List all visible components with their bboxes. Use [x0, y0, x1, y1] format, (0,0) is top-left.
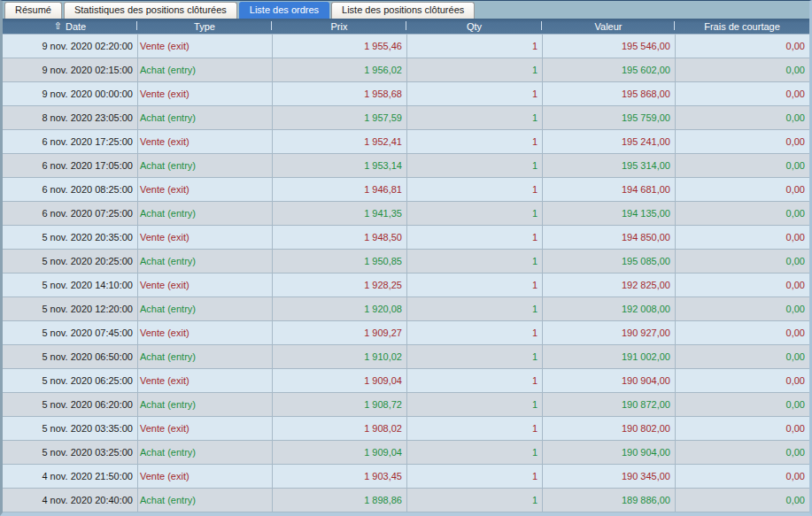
column-header-type[interactable]: Type — [137, 19, 272, 34]
table-row[interactable]: 6 nov. 2020 07:25:00 Achat (entry) 1 941… — [3, 202, 809, 226]
tab-closed-positions[interactable]: Liste des positions clôturées — [331, 2, 475, 19]
cell-valeur: 191 002,00 — [542, 345, 675, 369]
column-header-frais-de-courtage[interactable]: Frais de courtage — [675, 19, 809, 34]
cell-valeur: 194 850,00 — [542, 226, 675, 250]
cell-prix: 1 909,04 — [272, 441, 406, 465]
cell-frais: 0,00 — [675, 178, 809, 202]
cell-frais: 0,00 — [675, 82, 809, 106]
cell-date: 5 nov. 2020 20:25:00 — [3, 250, 137, 273]
table-row[interactable]: 9 nov. 2020 02:20:00 Vente (exit) 1 955,… — [3, 35, 809, 58]
cell-qty: 1 — [406, 417, 542, 441]
tab-label: Liste des ordres — [250, 4, 319, 15]
column-header-label: Date — [66, 21, 86, 32]
table-row[interactable]: 6 nov. 2020 17:25:00 Vente (exit) 1 952,… — [3, 130, 809, 154]
cell-valeur: 190 345,00 — [542, 465, 675, 489]
column-header-prix[interactable]: Prix — [272, 19, 406, 34]
table-row[interactable]: 4 nov. 2020 20:40:00 Achat (entry) 1 898… — [3, 489, 809, 512]
cell-type: Vente (exit) — [137, 130, 272, 154]
table-row[interactable]: 5 nov. 2020 06:20:00 Achat (entry) 1 908… — [3, 393, 809, 417]
tab-label: Résumé — [15, 4, 51, 15]
cell-valeur: 195 546,00 — [542, 35, 675, 58]
tab-orders-list[interactable]: Liste des ordres — [239, 2, 329, 19]
cell-type: Achat (entry) — [137, 441, 272, 465]
cell-type: Achat (entry) — [137, 489, 272, 512]
cell-qty: 1 — [406, 273, 542, 297]
cell-date: 8 nov. 2020 23:05:00 — [3, 106, 137, 130]
cell-frais: 0,00 — [675, 202, 809, 226]
table-row[interactable]: 5 nov. 2020 20:25:00 Achat (entry) 1 950… — [3, 250, 809, 273]
column-header-qty[interactable]: Qty — [406, 19, 542, 34]
cell-frais: 0,00 — [675, 297, 809, 321]
cell-qty: 1 — [406, 35, 542, 58]
cell-prix: 1 946,81 — [272, 178, 406, 202]
table-row[interactable]: 4 nov. 2020 21:50:00 Vente (exit) 1 903,… — [3, 465, 809, 489]
table-row[interactable]: 5 nov. 2020 06:25:00 Vente (exit) 1 909,… — [3, 369, 809, 393]
cell-prix: 1 958,68 — [272, 82, 406, 106]
column-header-label: Valeur — [595, 21, 623, 32]
table-row[interactable]: 5 nov. 2020 07:45:00 Vente (exit) 1 909,… — [3, 321, 809, 345]
cell-prix: 1 957,59 — [272, 106, 406, 130]
cell-date: 4 nov. 2020 20:40:00 — [3, 489, 137, 512]
tab-label: Statistiques des positions clôturées — [74, 4, 227, 15]
cell-valeur: 189 886,00 — [542, 489, 675, 512]
table-row[interactable]: 9 nov. 2020 02:15:00 Achat (entry) 1 956… — [3, 58, 809, 82]
table-row[interactable]: 5 nov. 2020 03:25:00 Achat (entry) 1 909… — [3, 441, 809, 465]
cell-prix: 1 898,86 — [272, 489, 406, 512]
table-row[interactable]: 5 nov. 2020 03:35:00 Vente (exit) 1 908,… — [3, 417, 809, 441]
cell-prix: 1 950,85 — [272, 250, 406, 273]
table-header: ⇧ Date Type Prix Qty Valeur Frais de cou… — [3, 19, 809, 35]
cell-date: 9 nov. 2020 02:20:00 — [3, 35, 137, 58]
table-row[interactable]: 5 nov. 2020 12:20:00 Achat (entry) 1 920… — [3, 297, 809, 321]
cell-qty: 1 — [406, 178, 542, 202]
tab-stats-positions[interactable]: Statistiques des positions clôturées — [64, 2, 237, 19]
table-row[interactable]: 5 nov. 2020 06:50:00 Achat (entry) 1 910… — [3, 345, 809, 369]
column-header-date[interactable]: ⇧ Date — [3, 19, 137, 34]
cell-prix: 1 908,72 — [272, 393, 406, 417]
cell-date: 5 nov. 2020 14:10:00 — [3, 273, 137, 297]
cell-prix: 1 952,41 — [272, 130, 406, 154]
cell-frais: 0,00 — [675, 393, 809, 417]
cell-frais: 0,00 — [675, 369, 809, 393]
column-header-label: Prix — [331, 21, 348, 32]
cell-qty: 1 — [406, 226, 542, 250]
cell-type: Vente (exit) — [137, 178, 272, 202]
cell-qty: 1 — [406, 106, 542, 130]
cell-frais: 0,00 — [675, 321, 809, 345]
cell-date: 5 nov. 2020 07:45:00 — [3, 321, 137, 345]
cell-prix: 1 909,27 — [272, 321, 406, 345]
table-row[interactable]: 5 nov. 2020 20:35:00 Vente (exit) 1 948,… — [3, 226, 809, 250]
cell-frais: 0,00 — [675, 345, 809, 369]
cell-prix: 1 941,35 — [272, 202, 406, 226]
cell-valeur: 195 314,00 — [542, 154, 675, 178]
cell-frais: 0,00 — [675, 226, 809, 250]
column-header-label: Frais de courtage — [704, 21, 780, 32]
cell-qty: 1 — [406, 58, 542, 82]
table-row[interactable]: 6 nov. 2020 17:05:00 Achat (entry) 1 953… — [3, 154, 809, 178]
cell-date: 5 nov. 2020 03:35:00 — [3, 417, 137, 441]
cell-valeur: 194 135,00 — [542, 202, 675, 226]
cell-frais: 0,00 — [675, 465, 809, 489]
cell-prix: 1 903,45 — [272, 465, 406, 489]
tab-resume[interactable]: Résumé — [4, 2, 62, 19]
cell-date: 6 nov. 2020 17:25:00 — [3, 130, 137, 154]
cell-frais: 0,00 — [675, 106, 809, 130]
cell-valeur: 195 602,00 — [542, 58, 675, 82]
table-row[interactable]: 5 nov. 2020 14:10:00 Vente (exit) 1 928,… — [3, 273, 809, 297]
cell-qty: 1 — [406, 321, 542, 345]
cell-date: 9 nov. 2020 00:00:00 — [3, 82, 137, 106]
cell-qty: 1 — [406, 82, 542, 106]
cell-qty: 1 — [406, 154, 542, 178]
table-row[interactable]: 8 nov. 2020 23:05:00 Achat (entry) 1 957… — [3, 106, 809, 130]
table-row[interactable]: 9 nov. 2020 00:00:00 Vente (exit) 1 958,… — [3, 82, 809, 106]
table-row[interactable]: 6 nov. 2020 08:25:00 Vente (exit) 1 946,… — [3, 178, 809, 202]
cell-type: Vente (exit) — [137, 35, 272, 58]
cell-type: Vente (exit) — [137, 465, 272, 489]
column-header-valeur[interactable]: Valeur — [542, 19, 675, 34]
cell-prix: 1 908,02 — [272, 417, 406, 441]
cell-valeur: 195 241,00 — [542, 130, 675, 154]
orders-panel: Résumé Statistiques des positions clôtur… — [0, 0, 812, 516]
cell-type: Achat (entry) — [137, 58, 272, 82]
cell-type: Vente (exit) — [137, 226, 272, 250]
cell-date: 6 nov. 2020 08:25:00 — [3, 178, 137, 202]
cell-prix: 1 920,08 — [272, 297, 406, 321]
